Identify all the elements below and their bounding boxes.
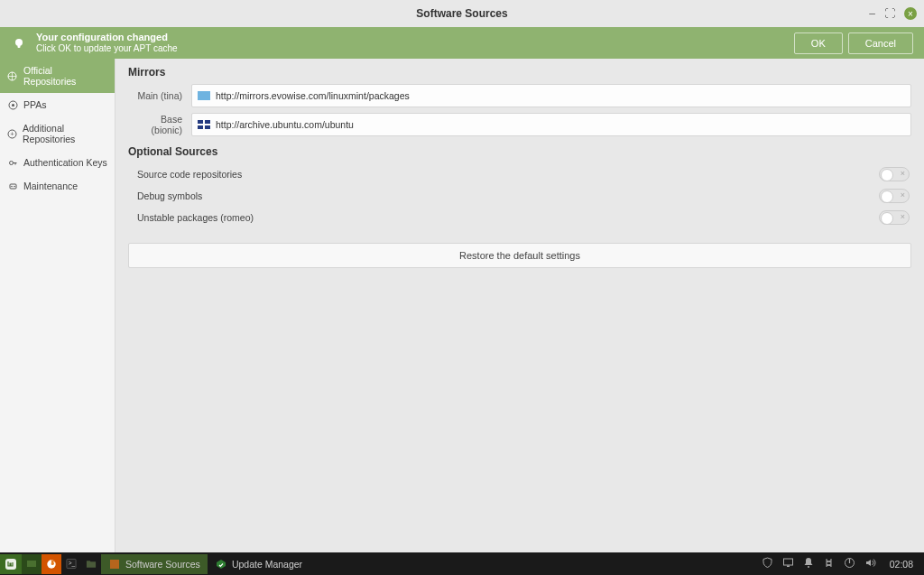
- optional-source-label: Source code repositories: [137, 169, 242, 180]
- taskbar-app-label: Update Manager: [232, 559, 302, 570]
- files-icon[interactable]: [81, 554, 101, 574]
- minimize-icon[interactable]: –: [869, 7, 875, 20]
- sidebar-item-official-repositories[interactable]: Official Repositories: [0, 59, 115, 93]
- sidebar: Official Repositories PPAs + Additional …: [0, 59, 116, 552]
- globe-icon: [7, 70, 18, 81]
- svg-rect-1: [18, 45, 21, 48]
- update-manager-icon: [215, 559, 227, 570]
- display-icon[interactable]: [782, 557, 794, 571]
- base-mirror-label: Base (bionic): [128, 114, 191, 135]
- main-mirror-url: http://mirrors.evowise.com/linuxmint/pac…: [216, 90, 410, 101]
- volume-icon[interactable]: [864, 557, 877, 571]
- system-tray: 02:08: [758, 557, 924, 571]
- main-mirror-field[interactable]: http://mirrors.evowise.com/linuxmint/pac…: [191, 84, 911, 107]
- optional-source-label: Unstable packages (romeo): [137, 212, 254, 223]
- power-icon[interactable]: [844, 557, 855, 571]
- sidebar-item-additional-repositories[interactable]: + Additional Repositories: [0, 116, 115, 151]
- show-desktop-icon[interactable]: [22, 554, 42, 574]
- optional-source-label: Debug symbols: [137, 190, 202, 201]
- sidebar-item-ppas[interactable]: PPAs: [0, 93, 115, 116]
- restore-defaults-button[interactable]: Restore the default settings: [128, 243, 911, 268]
- svg-point-10: [14, 185, 15, 187]
- svg-rect-8: [10, 184, 16, 189]
- mint-menu-icon[interactable]: [0, 554, 22, 574]
- sidebar-item-label: PPAs: [23, 99, 46, 110]
- software-sources-icon: [108, 559, 121, 570]
- unstable-packages-toggle[interactable]: ×: [879, 210, 910, 225]
- svg-text:+: +: [10, 131, 14, 137]
- taskbar-app-label: Software Sources: [125, 559, 200, 570]
- window-title: Software Sources: [416, 7, 507, 20]
- mirrors-heading: Mirrors: [128, 66, 911, 79]
- svg-point-19: [808, 566, 809, 568]
- svg-point-7: [9, 161, 13, 164]
- close-icon[interactable]: ×: [904, 7, 917, 20]
- cancel-button[interactable]: Cancel: [848, 32, 913, 54]
- network-icon[interactable]: [823, 557, 835, 571]
- banner-title: Your configuration changed: [36, 32, 178, 43]
- taskbar-app-update-manager[interactable]: Update Manager: [208, 554, 310, 574]
- key-icon: [7, 157, 18, 168]
- debug-symbols-toggle[interactable]: ×: [879, 189, 910, 203]
- notifications-icon[interactable]: [803, 557, 814, 571]
- sidebar-item-label: Maintenance: [23, 181, 78, 191]
- titlebar: Software Sources – ⛶ ×: [0, 0, 924, 27]
- sidebar-item-label: Additional Repositories: [23, 123, 107, 144]
- svg-point-4: [12, 104, 14, 107]
- lightbulb-icon: [11, 35, 27, 51]
- notification-banner: Your configuration changed Click OK to u…: [0, 27, 924, 59]
- content-area: Mirrors Main (tina) http://mirrors.evowi…: [116, 59, 924, 552]
- sidebar-item-label: Authentication Keys: [23, 157, 107, 168]
- maximize-icon[interactable]: ⛶: [884, 7, 895, 20]
- repo-icon: +: [7, 128, 17, 139]
- ok-button[interactable]: OK: [794, 32, 843, 54]
- sidebar-item-label: Official Repositories: [23, 65, 107, 87]
- clock[interactable]: 02:08: [886, 559, 917, 570]
- optional-heading: Optional Sources: [128, 145, 911, 158]
- svg-rect-17: [783, 559, 792, 565]
- ppa-icon: [7, 99, 18, 110]
- base-mirror-field[interactable]: http://archive.ubuntu.com/ubuntu: [191, 113, 911, 136]
- svg-rect-12: [27, 561, 36, 567]
- mint-flag-icon: [198, 91, 210, 100]
- taskbar-app-software-sources[interactable]: Software Sources: [101, 554, 208, 574]
- taskbar: >_ Software Sources Update Manager: [0, 552, 924, 575]
- maintenance-icon: [7, 181, 18, 191]
- svg-text:>_: >_: [69, 560, 76, 567]
- svg-point-9: [11, 185, 13, 187]
- sidebar-item-authentication-keys[interactable]: Authentication Keys: [0, 151, 115, 174]
- sidebar-item-maintenance[interactable]: Maintenance: [0, 174, 115, 198]
- banner-subtitle: Click OK to update your APT cache: [36, 43, 178, 54]
- svg-rect-16: [110, 560, 119, 569]
- firefox-icon[interactable]: [42, 554, 61, 574]
- main-mirror-label: Main (tina): [128, 90, 191, 101]
- base-mirror-url: http://archive.ubuntu.com/ubuntu: [216, 119, 354, 130]
- svg-rect-18: [787, 565, 790, 567]
- shield-icon[interactable]: [762, 557, 773, 571]
- uk-flag-icon: [198, 120, 210, 129]
- svg-point-0: [15, 39, 23, 46]
- terminal-icon[interactable]: >_: [61, 554, 81, 574]
- source-code-toggle[interactable]: ×: [879, 167, 910, 181]
